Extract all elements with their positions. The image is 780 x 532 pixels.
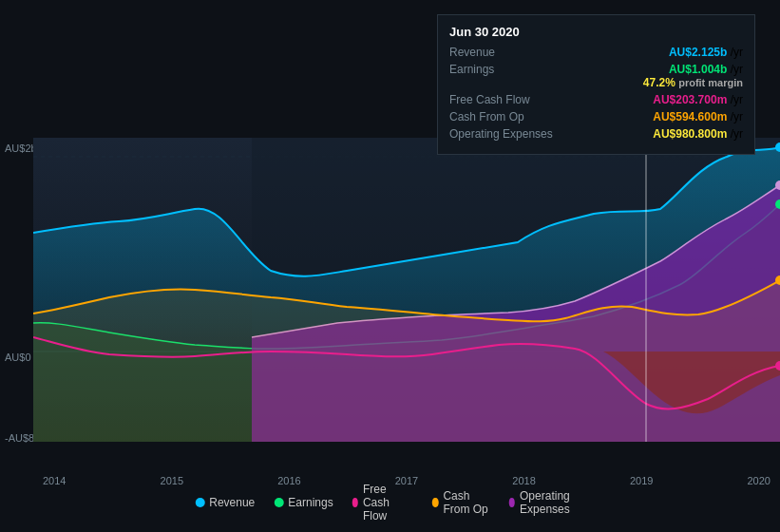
legend-item-opex[interactable]: Operating Expenses [509,489,585,516]
legend-label-opex: Operating Expenses [520,489,585,516]
y-label-top: AU$2b [5,142,37,154]
tooltip: Jun 30 2020 Revenue AU$2.125b /yr Earnin… [437,14,755,155]
earnings-label: Earnings [449,63,563,76]
tooltip-date: Jun 30 2020 [449,25,743,39]
x-label-2019: 2019 [630,475,653,486]
revenue-label: Revenue [449,46,563,59]
tooltip-row-earnings: Earnings AU$1.004b /yr 47.2% profit marg… [449,63,743,89]
legend-dot-opex [509,498,515,507]
x-label-2014: 2014 [43,475,66,486]
chart-svg [33,138,780,442]
earnings-value: AU$1.004b /yr 47.2% profit margin [643,63,743,89]
x-label-2020: 2020 [747,475,770,486]
chart-container: Jun 30 2020 Revenue AU$2.125b /yr Earnin… [0,0,780,532]
legend-label-cashop: Cash From Op [443,489,489,516]
chart-legend: Revenue Earnings Free Cash Flow Cash Fro… [195,483,585,522]
tooltip-row-fcf: Free Cash Flow AU$203.700m /yr [449,93,743,106]
legend-item-revenue[interactable]: Revenue [195,496,255,509]
tooltip-row-opex: Operating Expenses AU$980.800m /yr [449,127,743,141]
cashop-label: Cash From Op [449,110,563,124]
legend-item-earnings[interactable]: Earnings [274,496,333,509]
legend-item-fcf[interactable]: Free Cash Flow [352,483,413,522]
y-label-mid: AU$0 [5,352,31,363]
legend-dot-revenue [195,498,204,507]
tooltip-row-cashop: Cash From Op AU$594.600m /yr [449,110,743,124]
legend-dot-cashop [432,498,438,507]
x-label-2015: 2015 [161,475,183,486]
opex-label: Operating Expenses [449,127,563,141]
legend-dot-fcf [352,498,358,507]
cashop-value: AU$594.600m /yr [653,110,743,124]
opex-value: AU$980.800m /yr [653,127,743,141]
legend-label-revenue: Revenue [209,496,255,509]
fcf-value: AU$203.700m /yr [653,93,743,106]
legend-dot-earnings [274,498,283,507]
legend-item-cashop[interactable]: Cash From Op [432,489,490,516]
legend-label-fcf: Free Cash Flow [363,483,413,522]
fcf-label: Free Cash Flow [449,93,563,106]
legend-label-earnings: Earnings [288,496,333,509]
revenue-value: AU$2.125b /yr [669,46,743,59]
tooltip-row-revenue: Revenue AU$2.125b /yr [449,46,743,59]
